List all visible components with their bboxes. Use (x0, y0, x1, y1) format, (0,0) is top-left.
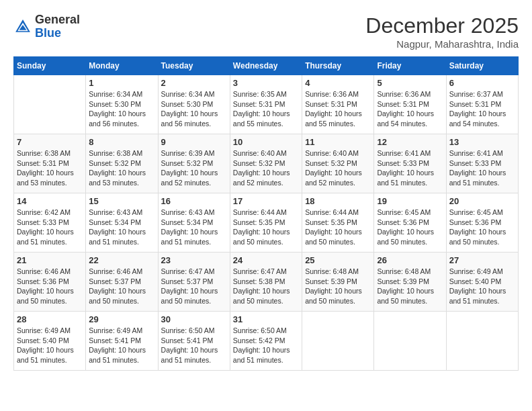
day-number: 9 (161, 137, 227, 147)
table-row: 7Sunrise: 6:38 AMSunset: 5:31 PMDaylight… (14, 134, 86, 193)
day-number: 2 (161, 78, 227, 88)
col-tuesday: Tuesday (158, 57, 230, 75)
col-saturday: Saturday (446, 57, 518, 75)
location: Nagpur, Maharashtra, India (365, 38, 519, 50)
table-row: 27Sunrise: 6:49 AMSunset: 5:40 PMDayligh… (446, 253, 518, 312)
table-row: 3Sunrise: 6:35 AMSunset: 5:31 PMDaylight… (230, 75, 302, 134)
cell-info: Sunrise: 6:47 AMSunset: 5:37 PMDaylight:… (161, 267, 227, 306)
page-header: General Blue December 2025 Nagpur, Mahar… (13, 13, 519, 50)
day-number: 5 (377, 78, 443, 88)
table-row: 10Sunrise: 6:40 AMSunset: 5:32 PMDayligh… (230, 134, 302, 193)
day-number: 15 (89, 196, 154, 206)
day-number: 4 (305, 78, 371, 88)
day-number: 6 (449, 78, 515, 88)
table-row (374, 312, 446, 371)
day-number: 31 (233, 314, 299, 324)
logo-icon (13, 17, 32, 36)
day-number: 19 (377, 196, 443, 206)
cell-info: Sunrise: 6:47 AMSunset: 5:38 PMDaylight:… (233, 267, 299, 306)
day-number: 21 (17, 255, 83, 265)
day-number: 20 (449, 196, 515, 206)
table-row: 16Sunrise: 6:43 AMSunset: 5:34 PMDayligh… (158, 193, 230, 253)
table-row (302, 312, 374, 371)
week-row-3: 14Sunrise: 6:42 AMSunset: 5:33 PMDayligh… (14, 193, 519, 253)
table-row: 20Sunrise: 6:45 AMSunset: 5:36 PMDayligh… (446, 193, 518, 253)
table-row: 5Sunrise: 6:36 AMSunset: 5:31 PMDaylight… (374, 75, 446, 134)
table-row: 6Sunrise: 6:37 AMSunset: 5:31 PMDaylight… (446, 75, 518, 134)
col-sunday: Sunday (14, 57, 86, 75)
day-number: 1 (89, 78, 154, 88)
table-row: 14Sunrise: 6:42 AMSunset: 5:33 PMDayligh… (14, 193, 86, 253)
day-number: 3 (233, 78, 299, 88)
day-number: 22 (89, 255, 154, 265)
cell-info: Sunrise: 6:37 AMSunset: 5:31 PMDaylight:… (449, 89, 515, 129)
table-row: 29Sunrise: 6:49 AMSunset: 5:41 PMDayligh… (86, 312, 158, 371)
cell-info: Sunrise: 6:36 AMSunset: 5:31 PMDaylight:… (377, 89, 443, 129)
day-number: 27 (449, 255, 515, 265)
cell-info: Sunrise: 6:49 AMSunset: 5:40 PMDaylight:… (17, 326, 83, 365)
table-row: 8Sunrise: 6:38 AMSunset: 5:32 PMDaylight… (86, 134, 158, 193)
day-number: 8 (89, 137, 154, 147)
table-row: 17Sunrise: 6:44 AMSunset: 5:35 PMDayligh… (230, 193, 302, 253)
table-row: 22Sunrise: 6:46 AMSunset: 5:37 PMDayligh… (86, 253, 158, 312)
cell-info: Sunrise: 6:44 AMSunset: 5:35 PMDaylight:… (233, 208, 299, 247)
table-row: 25Sunrise: 6:48 AMSunset: 5:39 PMDayligh… (302, 253, 374, 312)
cell-info: Sunrise: 6:43 AMSunset: 5:34 PMDaylight:… (161, 208, 227, 247)
cell-info: Sunrise: 6:42 AMSunset: 5:33 PMDaylight:… (17, 208, 83, 247)
day-number: 12 (377, 137, 443, 147)
cell-info: Sunrise: 6:34 AMSunset: 5:30 PMDaylight:… (161, 89, 227, 129)
days-header-row: Sunday Monday Tuesday Wednesday Thursday… (14, 57, 519, 75)
day-number: 17 (233, 196, 299, 206)
cell-info: Sunrise: 6:40 AMSunset: 5:32 PMDaylight:… (233, 148, 299, 188)
day-number: 13 (449, 137, 515, 147)
table-row: 19Sunrise: 6:45 AMSunset: 5:36 PMDayligh… (374, 193, 446, 253)
cell-info: Sunrise: 6:46 AMSunset: 5:37 PMDaylight:… (89, 267, 154, 306)
day-number: 26 (377, 255, 443, 265)
week-row-5: 28Sunrise: 6:49 AMSunset: 5:40 PMDayligh… (14, 312, 519, 371)
day-number: 24 (233, 255, 299, 265)
table-row: 18Sunrise: 6:44 AMSunset: 5:35 PMDayligh… (302, 193, 374, 253)
cell-info: Sunrise: 6:38 AMSunset: 5:31 PMDaylight:… (17, 148, 83, 188)
cell-info: Sunrise: 6:45 AMSunset: 5:36 PMDaylight:… (449, 208, 515, 247)
cell-info: Sunrise: 6:50 AMSunset: 5:41 PMDaylight:… (161, 326, 227, 365)
table-row: 26Sunrise: 6:48 AMSunset: 5:39 PMDayligh… (374, 253, 446, 312)
day-number: 14 (17, 196, 83, 206)
title-block: December 2025 Nagpur, Maharashtra, India (365, 13, 519, 50)
day-number: 30 (161, 314, 227, 324)
cell-info: Sunrise: 6:49 AMSunset: 5:41 PMDaylight:… (89, 326, 154, 365)
table-row: 4Sunrise: 6:36 AMSunset: 5:31 PMDaylight… (302, 75, 374, 134)
cell-info: Sunrise: 6:41 AMSunset: 5:33 PMDaylight:… (377, 148, 443, 188)
cell-info: Sunrise: 6:39 AMSunset: 5:32 PMDaylight:… (161, 148, 227, 188)
day-number: 7 (17, 137, 83, 147)
table-row (14, 75, 86, 134)
cell-info: Sunrise: 6:44 AMSunset: 5:35 PMDaylight:… (305, 208, 371, 247)
cell-info: Sunrise: 6:43 AMSunset: 5:34 PMDaylight:… (89, 208, 154, 247)
table-row: 12Sunrise: 6:41 AMSunset: 5:33 PMDayligh… (374, 134, 446, 193)
col-thursday: Thursday (302, 57, 374, 75)
table-row: 23Sunrise: 6:47 AMSunset: 5:37 PMDayligh… (158, 253, 230, 312)
logo: General Blue (13, 13, 80, 40)
day-number: 18 (305, 196, 371, 206)
day-number: 25 (305, 255, 371, 265)
cell-info: Sunrise: 6:49 AMSunset: 5:40 PMDaylight:… (449, 267, 515, 306)
table-row: 21Sunrise: 6:46 AMSunset: 5:36 PMDayligh… (14, 253, 86, 312)
table-row: 24Sunrise: 6:47 AMSunset: 5:38 PMDayligh… (230, 253, 302, 312)
cell-info: Sunrise: 6:48 AMSunset: 5:39 PMDaylight:… (377, 267, 443, 306)
logo-blue: Blue (35, 27, 80, 40)
logo-general: General (35, 13, 80, 27)
calendar-table: Sunday Monday Tuesday Wednesday Thursday… (13, 56, 519, 371)
cell-info: Sunrise: 6:50 AMSunset: 5:42 PMDaylight:… (233, 326, 299, 365)
day-number: 11 (305, 137, 371, 147)
day-number: 10 (233, 137, 299, 147)
table-row: 30Sunrise: 6:50 AMSunset: 5:41 PMDayligh… (158, 312, 230, 371)
cell-info: Sunrise: 6:48 AMSunset: 5:39 PMDaylight:… (305, 267, 371, 306)
week-row-4: 21Sunrise: 6:46 AMSunset: 5:36 PMDayligh… (14, 253, 519, 312)
cell-info: Sunrise: 6:46 AMSunset: 5:36 PMDaylight:… (17, 267, 83, 306)
table-row: 31Sunrise: 6:50 AMSunset: 5:42 PMDayligh… (230, 312, 302, 371)
cell-info: Sunrise: 6:41 AMSunset: 5:33 PMDaylight:… (449, 148, 515, 188)
logo-text: General Blue (35, 13, 80, 40)
table-row: 1Sunrise: 6:34 AMSunset: 5:30 PMDaylight… (86, 75, 158, 134)
table-row: 11Sunrise: 6:40 AMSunset: 5:32 PMDayligh… (302, 134, 374, 193)
day-number: 23 (161, 255, 227, 265)
cell-info: Sunrise: 6:36 AMSunset: 5:31 PMDaylight:… (305, 89, 371, 129)
